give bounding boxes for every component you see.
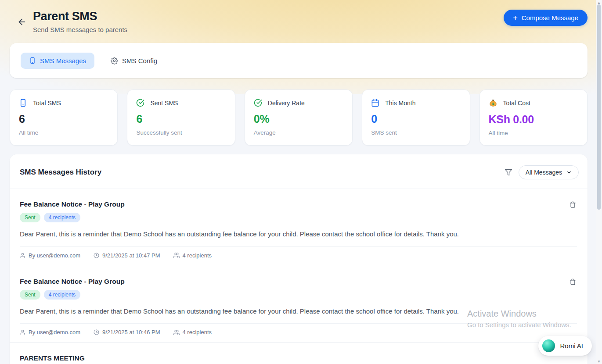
sms-history-panel: SMS Messages History All Messages Fee B (10, 154, 588, 364)
timestamp-text: 9/21/2025 at 10:47 PM (102, 252, 160, 259)
stat-caption: SMS sent (371, 129, 461, 136)
stat-value: KSh 0.00 (489, 113, 578, 126)
back-button[interactable] (16, 16, 28, 28)
sender-text: By user@demo.com (29, 329, 80, 335)
romi-ai-label: Romi AI (560, 342, 583, 350)
tab-sms-messages[interactable]: SMS Messages (21, 53, 94, 69)
page-subtitle: Send SMS messages to parents (33, 26, 127, 33)
user-icon (20, 253, 25, 258)
stat-card-sent-sms: Sent SMS 6 Successfully sent (127, 89, 235, 146)
message-sender: By user@demo.com (20, 252, 80, 259)
user-icon (20, 329, 25, 335)
compose-button-label: Compose Message (522, 14, 578, 21)
stat-card-total-cost: $ Total Cost KSh 0.00 All time (479, 89, 588, 146)
scrollbar-thumb[interactable] (597, 4, 601, 210)
stat-label: Sent SMS (150, 100, 178, 107)
clock-icon (94, 329, 99, 335)
delete-message-button[interactable] (569, 278, 577, 286)
message-body: Dear Parent, this is a reminder that Dem… (20, 230, 577, 239)
filter-button[interactable] (505, 168, 512, 176)
users-icon (173, 329, 180, 335)
stats-row: Total SMS 6 All time Sent SMS 6 Successf… (10, 89, 588, 146)
scroll-down-arrow-icon[interactable]: ▼ (596, 359, 602, 364)
vertical-scrollbar[interactable]: ▲ ▼ (596, 0, 602, 364)
sms-message-item: Fee Balance Notice - Play Group Sent 4 r… (10, 189, 588, 266)
page-content: Parent SMS Send SMS messages to parents … (0, 0, 602, 364)
sms-message-item: PARENTS MEETING Sent 20 recipients Tomor… (10, 343, 588, 364)
history-header: SMS Messages History All Messages (10, 154, 588, 189)
compose-message-button[interactable]: + Compose Message (504, 10, 588, 26)
page-header: Parent SMS Send SMS messages to parents … (10, 0, 588, 33)
message-title: PARENTS MEETING (20, 354, 85, 362)
stat-label: Total Cost (503, 100, 530, 107)
tab-bar: SMS Messages SMS Config (10, 43, 588, 78)
stat-label: Total SMS (33, 100, 61, 107)
tab-sms-config[interactable]: SMS Config (111, 53, 157, 69)
svg-text:$: $ (492, 102, 494, 106)
timestamp-text: 9/21/2025 at 10:46 PM (102, 329, 160, 335)
romi-ai-orb-icon (542, 339, 555, 352)
stat-caption: Average (254, 129, 343, 136)
message-title: Fee Balance Notice - Play Group (20, 278, 125, 285)
recipients-badge: 4 recipients (44, 290, 80, 300)
sms-message-item: Fee Balance Notice - Play Group Sent 4 r… (10, 266, 588, 343)
stat-label: Delivery Rate (268, 100, 305, 107)
back-arrow-icon (17, 17, 27, 27)
stat-value: 6 (136, 113, 226, 125)
recipient-count-text: 4 recipients (183, 252, 212, 259)
stat-caption: All time (19, 129, 108, 136)
stat-label: This Month (385, 100, 415, 107)
status-badge: Sent (20, 290, 40, 300)
stat-card-delivery-rate: Delivery Rate 0% Average (245, 89, 353, 146)
stat-caption: Successfully sent (136, 129, 226, 136)
smartphone-icon (19, 99, 27, 107)
chevron-down-icon (566, 170, 572, 175)
stat-value: 0 (371, 113, 461, 125)
sender-text: By user@demo.com (29, 252, 80, 259)
message-timestamp: 9/21/2025 at 10:46 PM (94, 329, 160, 335)
history-title: SMS Messages History (20, 168, 101, 177)
message-filter-value: All Messages (526, 169, 562, 176)
check-circle-icon (254, 99, 262, 107)
status-badge: Sent (20, 213, 40, 222)
check-circle-icon (136, 99, 144, 107)
romi-ai-button[interactable]: Romi AI (538, 336, 592, 356)
trash-icon (570, 278, 576, 285)
tab-sms-messages-label: SMS Messages (40, 57, 86, 64)
stat-card-this-month: This Month 0 SMS sent (362, 89, 470, 146)
stat-card-total-sms: Total SMS 6 All time (10, 89, 118, 146)
recipients-badge: 4 recipients (44, 213, 80, 222)
message-recipient-count: 4 recipients (173, 329, 212, 335)
message-filter-dropdown[interactable]: All Messages (519, 165, 579, 179)
page-title: Parent SMS (33, 10, 127, 23)
calendar-icon (371, 99, 379, 107)
message-sender: By user@demo.com (20, 329, 80, 335)
message-body: Dear Parent, this is a reminder that Dem… (20, 307, 577, 316)
gear-icon (111, 57, 118, 64)
recipient-count-text: 4 recipients (183, 329, 212, 335)
message-timestamp: 9/21/2025 at 10:47 PM (94, 252, 160, 259)
tab-sms-config-label: SMS Config (122, 57, 157, 64)
plus-icon: + (513, 14, 518, 22)
money-bag-icon: $ (489, 99, 497, 107)
stat-value: 6 (19, 113, 108, 125)
delete-message-button[interactable] (569, 200, 577, 209)
trash-icon (570, 201, 576, 208)
clock-icon (94, 253, 99, 258)
smartphone-icon (29, 57, 36, 64)
message-recipient-count: 4 recipients (173, 252, 212, 259)
title-block: Parent SMS Send SMS messages to parents (33, 10, 127, 33)
funnel-icon (505, 168, 512, 176)
stat-caption: All time (489, 130, 578, 136)
users-icon (173, 252, 180, 258)
stat-value: 0% (254, 113, 343, 125)
message-title: Fee Balance Notice - Play Group (20, 200, 125, 208)
